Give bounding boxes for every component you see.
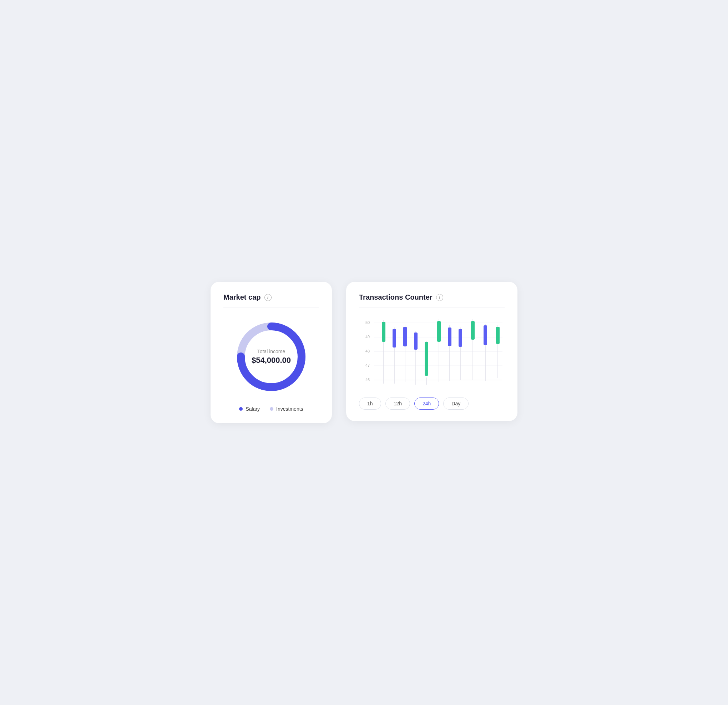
- svg-rect-28: [459, 329, 462, 347]
- svg-text:50: 50: [365, 320, 370, 325]
- svg-text:47: 47: [365, 363, 370, 368]
- time-btn-day[interactable]: Day: [443, 398, 469, 410]
- svg-rect-22: [425, 342, 428, 376]
- svg-text:48: 48: [365, 349, 370, 353]
- time-btn-12h[interactable]: 12h: [386, 398, 410, 410]
- transactions-header: Transactions Counter i: [359, 293, 505, 307]
- svg-rect-13: [382, 322, 386, 342]
- svg-rect-24: [437, 321, 441, 342]
- svg-rect-15: [393, 329, 396, 347]
- market-cap-header: Market cap i: [223, 293, 319, 307]
- investments-legend-dot: [270, 407, 273, 411]
- salary-legend-label: Salary: [246, 406, 260, 412]
- total-income-value: $54,000.00: [251, 356, 291, 365]
- svg-rect-30: [471, 321, 475, 340]
- chart-legend: Salary Investments: [223, 406, 319, 412]
- market-cap-title: Market cap: [223, 293, 261, 301]
- transactions-info-icon[interactable]: i: [436, 294, 443, 301]
- svg-rect-17: [403, 327, 407, 346]
- salary-legend-dot: [239, 407, 243, 411]
- donut-center: Total income $54,000.00: [251, 349, 291, 365]
- investments-legend-item: Investments: [270, 406, 303, 412]
- donut-chart-container: Total income $54,000.00: [232, 317, 311, 396]
- candlestick-chart-svg: 50 49 48 47 46: [359, 317, 505, 389]
- investments-legend-label: Investments: [276, 406, 303, 412]
- main-container: Market cap i Total income $54,000.00 Sal…: [189, 261, 539, 444]
- total-income-label: Total income: [251, 349, 291, 354]
- svg-rect-26: [448, 327, 451, 346]
- svg-text:46: 46: [365, 378, 370, 382]
- svg-rect-34: [496, 327, 500, 344]
- transactions-card: Transactions Counter i 50 49 48 47 46: [346, 282, 517, 421]
- svg-text:49: 49: [365, 334, 370, 339]
- time-btn-24h[interactable]: 24h: [414, 398, 439, 410]
- candlestick-chart-area: 50 49 48 47 46: [359, 317, 505, 390]
- svg-rect-32: [484, 325, 487, 345]
- time-btn-1h[interactable]: 1h: [359, 398, 381, 410]
- svg-rect-19: [414, 333, 417, 350]
- salary-legend-item: Salary: [239, 406, 260, 412]
- market-cap-info-icon[interactable]: i: [264, 294, 272, 301]
- transactions-title: Transactions Counter: [359, 293, 432, 301]
- time-buttons-group: 1h 12h 24h Day: [359, 398, 505, 410]
- market-cap-card: Market cap i Total income $54,000.00 Sal…: [211, 282, 332, 423]
